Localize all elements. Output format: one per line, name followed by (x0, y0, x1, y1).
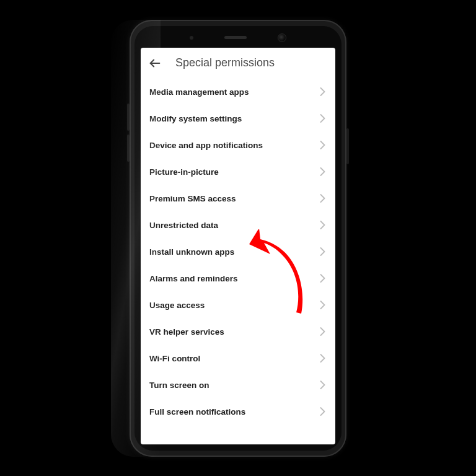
item-turn-screen-on[interactable]: Turn screen on (141, 372, 335, 399)
back-arrow-icon[interactable] (148, 56, 162, 70)
chevron-right-icon (320, 247, 325, 256)
screen: Special permissions Media management app… (141, 48, 335, 444)
item-unrestricted-data[interactable]: Unrestricted data (141, 212, 335, 239)
item-alarms-reminders[interactable]: Alarms and reminders (141, 265, 335, 292)
list-item-label: Unrestricted data (149, 221, 218, 230)
earpiece-speaker (224, 36, 247, 39)
list-item-label: Alarms and reminders (149, 274, 238, 283)
chevron-right-icon (320, 354, 325, 363)
phone-top-hardware (190, 33, 286, 42)
volume-down-button (127, 134, 130, 162)
front-camera (278, 33, 286, 42)
list-item-label: Turn screen on (149, 381, 209, 390)
item-device-app-notifications[interactable]: Device and app notifications (141, 132, 335, 159)
item-picture-in-picture[interactable]: Picture-in-picture (141, 159, 335, 185)
list-item-label: Usage access (149, 301, 205, 310)
sensor-dot (190, 36, 193, 40)
power-button (346, 128, 349, 164)
list-item-label: Wi-Fi control (149, 354, 200, 363)
chevron-right-icon (320, 167, 325, 176)
list-item-label: Modify system settings (149, 114, 242, 123)
chevron-right-icon (320, 87, 325, 96)
list-item-label: Picture-in-picture (149, 167, 219, 177)
chevron-right-icon (320, 114, 325, 123)
list-item-label: Install unknown apps (149, 247, 234, 257)
chevron-right-icon (320, 381, 325, 389)
list-item-label: VR helper services (149, 327, 224, 337)
list-item-label: Full screen notifications (149, 407, 245, 416)
list-item-label: Media management apps (149, 87, 249, 97)
item-vr-helper-services[interactable]: VR helper services (141, 319, 335, 345)
chevron-right-icon (320, 407, 325, 416)
phone-frame: Special permissions Media management app… (130, 20, 346, 457)
item-premium-sms-access[interactable]: Premium SMS access (141, 185, 335, 212)
item-install-unknown-apps[interactable]: Install unknown apps (141, 239, 335, 265)
chevron-right-icon (320, 301, 325, 309)
app-header: Special permissions (141, 48, 335, 79)
phone-bezel: Special permissions Media management app… (134, 26, 342, 451)
chevron-right-icon (320, 274, 325, 283)
item-usage-access[interactable]: Usage access (141, 292, 335, 319)
volume-up-button (127, 104, 130, 131)
list-item-label: Premium SMS access (149, 194, 236, 203)
list-item-label: Device and app notifications (149, 141, 263, 150)
chevron-right-icon (320, 141, 325, 149)
chevron-right-icon (320, 194, 325, 203)
item-modify-system-settings[interactable]: Modify system settings (141, 105, 335, 132)
settings-list[interactable]: Media management appsModify system setti… (141, 79, 335, 444)
item-media-management-apps[interactable]: Media management apps (141, 79, 335, 105)
chevron-right-icon (320, 327, 325, 336)
chevron-right-icon (320, 221, 325, 229)
page-title: Special permissions (173, 56, 328, 69)
item-full-screen-notifications[interactable]: Full screen notifications (141, 399, 335, 425)
item-wifi-control[interactable]: Wi-Fi control (141, 345, 335, 372)
